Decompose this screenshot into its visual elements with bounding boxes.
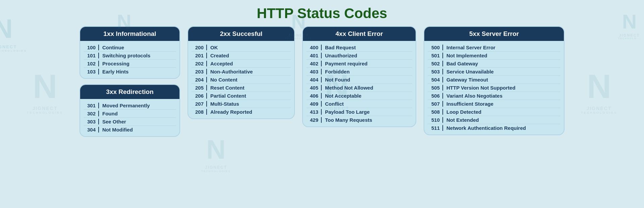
column-5xx: 5xx Server Error 500Internal Server Erro… — [424, 26, 565, 135]
status-text: Payload Too Large — [322, 109, 370, 115]
status-code: 429 — [308, 117, 322, 123]
status-code: 206 — [194, 93, 207, 99]
status-code: 506 — [430, 93, 443, 99]
table-row: 510Not Extended — [428, 116, 560, 124]
status-text: Network Authentication Required — [443, 125, 526, 131]
status-text: Not Implemented — [443, 53, 487, 58]
table-row: 501Not Implemented — [428, 52, 560, 60]
table-row: 102Processing — [84, 60, 176, 68]
status-text: Processing — [99, 61, 129, 66]
card-4xx-header: 4xx Client Error — [303, 27, 416, 41]
column-1xx-3xx: 1xx Informational 100Continue101Switchin… — [79, 26, 180, 137]
table-row: 303See Other — [84, 118, 176, 126]
table-row: 406Not Acceptable — [306, 92, 412, 100]
status-text: Early Hints — [99, 69, 128, 74]
status-code: 205 — [194, 85, 207, 91]
table-row: 207Multi-Status — [192, 100, 291, 108]
status-code: 100 — [86, 45, 99, 50]
table-row: 208Already Reported — [192, 108, 291, 116]
status-text: Found — [99, 111, 118, 116]
table-row: 511Network Authentication Required — [428, 124, 560, 132]
status-code: 510 — [430, 117, 443, 123]
status-text: Not Found — [322, 77, 350, 83]
status-code: 409 — [308, 101, 322, 107]
card-2xx-header: 2xx Succesful — [188, 27, 294, 41]
status-code: 505 — [430, 85, 443, 91]
table-row: 301Moved Permanently — [84, 102, 176, 110]
status-text: Too Many Requests — [322, 117, 372, 123]
table-row: 302Found — [84, 110, 176, 118]
card-3xx-body: 301Moved Permanently302Found303See Other… — [80, 99, 179, 136]
column-2xx: 2xx Succesful 200OK201Created202Accepted… — [187, 26, 295, 119]
card-3xx-header: 3xx Redirection — [80, 85, 179, 99]
status-code: 405 — [308, 85, 322, 91]
status-code: 302 — [86, 111, 99, 116]
table-row: 204No Content — [192, 76, 291, 84]
table-row: 200OK — [192, 44, 291, 52]
table-row: 503Service Unavailable — [428, 68, 560, 76]
status-code: 504 — [430, 77, 443, 83]
table-row: 304Not Modified — [84, 126, 176, 134]
status-code: 511 — [430, 125, 443, 131]
table-row: 100Continue — [84, 44, 176, 52]
status-text: See Other — [99, 119, 126, 124]
table-row: 201Created — [192, 52, 291, 60]
status-text: Unauthorized — [322, 53, 357, 58]
columns-wrapper: 1xx Informational 100Continue101Switchin… — [13, 26, 631, 137]
status-text: Continue — [99, 45, 124, 50]
table-row: 505HTTP Version Not Supported — [428, 84, 560, 92]
table-row: 409Conflict — [306, 100, 412, 108]
table-row: 206Partial Content — [192, 92, 291, 100]
status-code: 508 — [430, 109, 443, 115]
table-row: 405Method Not Allowed — [306, 84, 412, 92]
table-row: 404Not Found — [306, 76, 412, 84]
status-code: 101 — [86, 53, 99, 58]
status-text: Switching protocols — [99, 53, 150, 58]
status-text: Created — [207, 53, 229, 58]
status-code: 200 — [194, 45, 207, 50]
status-code: 403 — [308, 69, 322, 74]
status-text: Variant Also Negotiates — [443, 93, 502, 99]
status-code: 404 — [308, 77, 322, 83]
card-5xx-body: 500Internal Server Error501Not Implement… — [424, 41, 564, 135]
card-5xx-header: 5xx Server Error — [424, 27, 564, 41]
status-code: 202 — [194, 61, 207, 66]
table-row: 202Accepted — [192, 60, 291, 68]
table-row: 101Switching protocols — [84, 52, 176, 60]
status-text: Not Extended — [443, 117, 479, 123]
status-code: 501 — [430, 53, 443, 58]
status-code: 204 — [194, 77, 207, 83]
status-code: 402 — [308, 61, 322, 66]
status-code: 406 — [308, 93, 322, 99]
table-row: 504Gateway Timeout — [428, 76, 560, 84]
status-code: 500 — [430, 45, 443, 50]
table-row: 429Too Many Requests — [306, 116, 412, 124]
status-code: 208 — [194, 109, 207, 115]
status-code: 507 — [430, 101, 443, 107]
card-1xx-header: 1xx Informational — [80, 27, 179, 41]
status-text: Moved Permanently — [99, 103, 150, 108]
status-code: 304 — [86, 127, 99, 133]
status-code: 103 — [86, 69, 99, 74]
status-text: Bad Gateway — [443, 61, 478, 66]
status-text: Not Modified — [99, 127, 133, 133]
table-row: 103Early Hints — [84, 68, 176, 75]
status-text: Payment required — [322, 61, 368, 66]
card-5xx: 5xx Server Error 500Internal Server Erro… — [424, 26, 565, 135]
status-text: Internal Server Error — [443, 45, 495, 50]
table-row: 401Unauthorized — [306, 52, 412, 60]
status-text: Gateway Timeout — [443, 77, 488, 83]
status-code: 400 — [308, 45, 322, 50]
card-1xx-body: 100Continue101Switching protocols102Proc… — [80, 41, 179, 78]
status-text: HTTP Version Not Supported — [443, 85, 516, 91]
status-code: 401 — [308, 53, 322, 58]
card-3xx: 3xx Redirection 301Moved Permanently302F… — [79, 84, 180, 137]
card-4xx: 4xx Client Error 400Bad Request401Unauth… — [302, 26, 416, 127]
table-row: 508Loop Detected — [428, 108, 560, 116]
table-row: 402Payment required — [306, 60, 412, 68]
status-text: Conflict — [322, 101, 344, 107]
card-1xx: 1xx Informational 100Continue101Switchin… — [79, 26, 180, 79]
table-row: 400Bad Request — [306, 44, 412, 52]
table-row: 403Forbidden — [306, 68, 412, 76]
status-text: No Content — [207, 77, 237, 83]
